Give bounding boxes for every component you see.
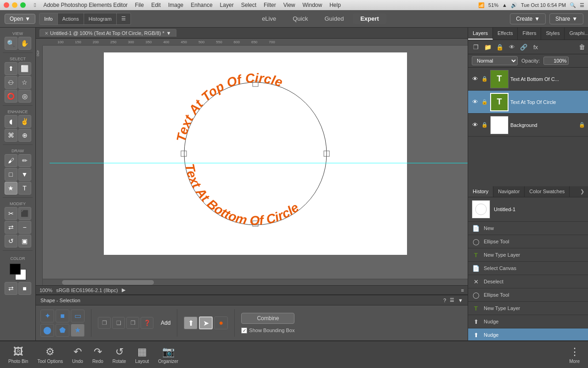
history-item-3[interactable]: 📄 Select Canvas: [468, 262, 588, 275]
hand-tool[interactable]: ✋: [18, 37, 31, 50]
shape-tool[interactable]: ★: [5, 182, 17, 195]
organizer-button[interactable]: 📷 Organizer: [154, 344, 182, 366]
move-tool[interactable]: ⬆: [5, 62, 17, 75]
exclude-shape-tool[interactable]: ❓: [141, 317, 153, 329]
delete-layer-btn[interactable]: 🗑: [579, 43, 585, 51]
marquee-tool[interactable]: ⬜: [18, 62, 31, 75]
combine-button[interactable]: Combine: [241, 313, 294, 324]
menu-icon[interactable]: ☰: [580, 2, 584, 8]
scrollbar-thumb[interactable]: [62, 280, 154, 285]
document-tab[interactable]: ✕ Untitled-1 @ 100% (Text At Top Of Circ…: [40, 29, 176, 37]
history-item-6[interactable]: T New Type Layer: [468, 302, 588, 315]
layer-eye-0[interactable]: 👁: [471, 75, 479, 83]
menu-help[interactable]: Help: [329, 2, 341, 8]
redo-button[interactable]: ↷ Redo: [89, 344, 107, 366]
star4-shape[interactable]: ✦: [40, 310, 54, 322]
type-tool[interactable]: T: [18, 182, 31, 195]
new-group-btn[interactable]: 📁: [483, 42, 493, 52]
new-layer-btn[interactable]: ❐: [471, 42, 481, 52]
smudge-tool[interactable]: ✌: [18, 115, 31, 128]
undo-button[interactable]: ↶ Undo: [68, 344, 87, 366]
warp-tool[interactable]: ↺: [5, 235, 17, 247]
traffic-lights[interactable]: [4, 2, 26, 8]
effects-tab[interactable]: Effects: [493, 28, 518, 40]
heal-tool[interactable]: ⊕: [18, 129, 31, 142]
rect-shape[interactable]: ■: [56, 310, 69, 322]
crop-tool[interactable]: ✂: [5, 207, 17, 220]
minimize-button[interactable]: [12, 2, 17, 8]
fx-btn[interactable]: fx: [531, 42, 541, 52]
add-shape-tool[interactable]: ❐: [98, 317, 111, 329]
history-item-5[interactable]: ◯ Ellipse Tool: [468, 288, 588, 302]
filters-tab[interactable]: Filters: [518, 28, 541, 40]
history-item-0[interactable]: 📄 New: [468, 222, 588, 235]
layer-item-2[interactable]: 👁 🔒 Background 🔒: [468, 114, 588, 137]
eye-btn[interactable]: 👁: [507, 42, 517, 52]
dodge-tool[interactable]: ◖: [5, 115, 17, 128]
menu-image[interactable]: Image: [168, 2, 183, 8]
horizontal-scrollbar[interactable]: [43, 279, 468, 285]
panel-tab-histogram[interactable]: Histogram: [84, 13, 117, 24]
help-icon[interactable]: ?: [443, 298, 446, 303]
quick-select-tool[interactable]: ⭕: [5, 90, 17, 103]
opacity-input[interactable]: [543, 57, 569, 65]
tab-menu-icon[interactable]: ▼: [166, 30, 171, 36]
transform-tool[interactable]: ⇄: [5, 221, 17, 234]
default-colors[interactable]: ■: [18, 282, 31, 295]
pencil-tool[interactable]: ✏: [18, 154, 31, 167]
layout-button[interactable]: ▦ Layout: [131, 344, 153, 366]
history-snapshot[interactable]: Untitled-1: [468, 197, 588, 222]
magic-wand-tool[interactable]: ☆: [18, 76, 31, 89]
panel-tab-actions[interactable]: Actions: [58, 13, 84, 24]
clone-tool[interactable]: ⌘: [5, 129, 17, 142]
layer-item-0[interactable]: 👁 🔒 T Text At Bottom Of C...: [468, 68, 588, 91]
show-bounding-box-checkbox[interactable]: ✓: [241, 328, 247, 334]
red-eye-tool[interactable]: ◎: [18, 90, 31, 103]
menu-enhance[interactable]: Enhance: [191, 2, 212, 8]
polygon-shape[interactable]: ⬟: [56, 324, 69, 337]
brush-tool[interactable]: 🖌: [5, 154, 17, 167]
lock-btn[interactable]: 🔒: [495, 42, 505, 52]
toolbar-menu-icon[interactable]: ☰: [450, 297, 454, 303]
menu-view[interactable]: View: [283, 2, 295, 8]
history-item-4[interactable]: ✕ Deselect: [468, 275, 588, 288]
menu-filter[interactable]: Filter: [264, 2, 276, 8]
history-item-1[interactable]: ◯ Ellipse Tool: [468, 235, 588, 248]
maximize-button[interactable]: [20, 2, 26, 8]
foreground-color[interactable]: [10, 264, 21, 275]
history-tab[interactable]: History: [468, 186, 493, 197]
link-btn[interactable]: 🔗: [519, 42, 529, 52]
paint-bucket-tool[interactable]: ▼: [18, 168, 31, 181]
menu-file[interactable]: File: [135, 2, 144, 8]
color-boxes[interactable]: [10, 264, 26, 280]
navigator-tab[interactable]: Navigator: [493, 186, 525, 197]
color-swatches-tab[interactable]: Color Swatches: [525, 186, 570, 197]
panel-tab-info[interactable]: Info: [40, 13, 57, 24]
layer-eye-1[interactable]: 👁: [471, 98, 479, 106]
arrow-select-tool[interactable]: ➤: [199, 316, 213, 329]
panel-tab-more[interactable]: ☰: [117, 13, 130, 24]
blend-mode-select[interactable]: Normal: [472, 56, 518, 65]
content-aware-tool[interactable]: ▣: [18, 235, 31, 247]
canvas-document[interactable]: Text At Top Of Circle Text At Bottom Of …: [104, 52, 407, 255]
search-icon[interactable]: 🔍: [570, 2, 576, 8]
history-item-2[interactable]: T New Type Layer: [468, 248, 588, 262]
menu-window[interactable]: Window: [302, 2, 322, 8]
create-button[interactable]: Create ▼: [510, 13, 546, 24]
layer-eye-2[interactable]: 👁: [471, 121, 479, 129]
switch-colors[interactable]: ⇄: [5, 282, 17, 295]
history-panel-more[interactable]: ❯: [577, 186, 588, 197]
status-arrow[interactable]: ▶: [122, 287, 125, 293]
recompose-tool[interactable]: ⬛: [18, 207, 31, 220]
share-button[interactable]: Share ▼: [549, 13, 583, 24]
canvas-scroll-area[interactable]: Text At Top Of Circle Text At Bottom Of …: [43, 46, 468, 279]
apple-menu[interactable]: : [34, 2, 36, 8]
mode-quick[interactable]: Quick: [285, 13, 315, 24]
intersect-shape-tool[interactable]: ❒: [126, 317, 139, 329]
toolbar-collapse-icon[interactable]: ▼: [458, 298, 463, 303]
history-item-8[interactable]: ⬆ Nudge: [468, 328, 588, 340]
photo-bin-button[interactable]: 🖼 Photo Bin: [5, 344, 32, 366]
roundrect-shape[interactable]: ▭: [71, 310, 85, 322]
close-button[interactable]: [4, 2, 9, 8]
styles-tab[interactable]: Styles: [541, 28, 565, 40]
